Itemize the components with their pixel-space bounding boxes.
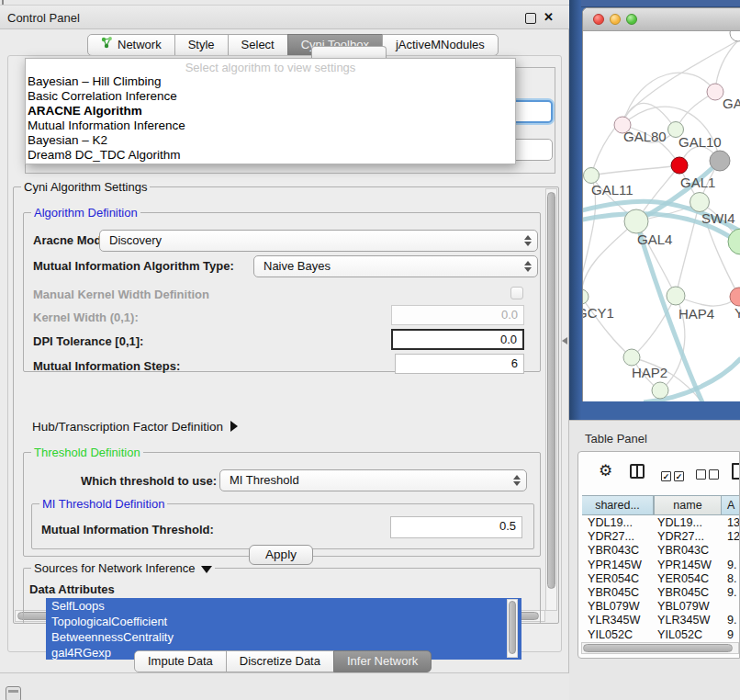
table-body: YDL19... YDL19... 13 YDR27... YDR27... 1… [578,516,740,639]
aracne-mode-select[interactable]: Discovery [99,230,538,252]
close-icon[interactable]: ✕ [544,10,554,24]
tab-jactivemnodules[interactable]: jActiveMNodules [382,34,499,56]
algorithm-dropdown-popup: Select algorithm to view settings Bayesi… [25,58,516,164]
network-canvas[interactable]: GAL GAL80 GAL10 GAL1 GAL11 SWI4 GAL4 GCY… [583,31,740,401]
table-row[interactable]: YLR345W YLR345W 9. [578,614,740,627]
algorithm-definition-group: Algorithm Definition Aracne Mode: Discov… [23,212,541,372]
columns-icon[interactable] [630,464,645,479]
group-title: MI Threshold Definition [39,497,167,511]
kernel-width-field[interactable]: 0.0 [391,305,524,325]
mi-type-value: Naive Bayes [263,259,331,273]
tab-label: Network [118,35,162,55]
hub-definition-label: Hub/Transcription Factor Definition [32,420,223,434]
mi-algorithm-type-select[interactable]: Naive Bayes [253,255,538,277]
panel-title: Control Panel [7,11,80,25]
which-threshold-select[interactable]: MI Threshold [219,469,527,491]
select-all-icon[interactable]: ✓✓ [661,467,684,483]
svg-text:GAL11: GAL11 [591,182,633,198]
expanded-arrow-icon[interactable] [201,566,212,573]
table-row[interactable]: YBR043C YBR043C [578,544,740,558]
tab-discretize-data[interactable]: Discretize Data [226,650,334,672]
mi-type-label: Mutual Information Algorithm Type: [33,259,234,273]
combo-arrows-icon [513,475,520,486]
table-row[interactable]: YBR045C YBR045C 9. [578,586,740,600]
desktop-shadow-band [569,0,581,420]
svg-text:SWI4: SWI4 [701,210,735,226]
node-gal11[interactable] [584,168,600,184]
algorithm-option[interactable]: Bayesian – K2 [26,133,515,148]
svg-text:GAL1: GAL1 [680,175,715,190]
column-header-shared-name[interactable]: shared... [582,495,654,515]
gear-icon[interactable]: ⚙ [599,461,612,480]
table-row[interactable]: YDR27... YDR27... 12 [578,530,740,544]
deselect-all-icon[interactable] [696,467,719,483]
table-row[interactable]: YDL19... YDL19... 13 [578,516,740,530]
hub-definition-toggle[interactable]: Hub/Transcription Factor Definition [32,420,238,434]
tab-style[interactable]: Style [174,34,229,56]
node-gal10[interactable] [710,151,730,171]
column-header-partial[interactable]: A [722,495,740,515]
settings-vertical-scrollbar[interactable] [545,188,557,611]
threshold-definition-group: Threshold Definition Which threshold to … [23,452,541,557]
node[interactable] [652,382,668,399]
node-gal1[interactable] [671,157,688,174]
algorithm-option[interactable]: Bayesian – Hill Climbing [26,74,515,89]
mi-steps-label: Mutual Information Steps: [33,359,180,373]
zoom-traffic-light[interactable] [626,14,637,25]
node-swi4[interactable] [690,193,710,212]
cyni-toolbox-panel: Select algorithm to view settings Bayesi… [7,55,562,652]
tab-network[interactable]: Network [87,34,175,56]
dpi-tolerance-field[interactable]: 0.0 [391,329,524,350]
manual-kernel-label: Manual Kernel Width Definition [33,288,209,301]
minimize-traffic-light[interactable] [610,14,621,25]
network-view-window: GAL GAL80 GAL10 GAL1 GAL11 SWI4 GAL4 GCY… [582,7,740,401]
tab-infer-network[interactable]: Infer Network [333,650,432,672]
table-row[interactable]: YBL079W YBL079W [578,600,740,614]
mi-threshold-group: MI Threshold Definition Mutual Informati… [31,503,534,549]
table-row[interactable]: YPR145W YPR145W 9. [578,559,740,572]
attributes-list-scrollbar[interactable] [507,599,518,658]
tab-label: Style [188,35,215,55]
table-horizontal-scrollbar[interactable] [581,642,739,654]
attribute-item[interactable]: SelfLoops [46,598,521,614]
control-panel-header: Control Panel ✕ [0,6,569,29]
apply-button[interactable]: Apply [249,545,313,565]
close-traffic-light[interactable] [593,14,604,25]
node[interactable] [707,84,723,100]
bottom-tab-bar: Impute Data Discretize Data Infer Networ… [134,650,432,672]
node-gal4[interactable] [624,209,648,233]
node-hap4[interactable] [667,287,685,305]
float-panel-icon[interactable] [6,686,21,700]
algorithm-option-selected[interactable]: ARACNE Algorithm [26,104,515,119]
algorithm-option[interactable]: Dream8 DC_TDC Algorithm [26,148,515,163]
algorithm-option[interactable]: Mutual Information Inference [26,119,515,133]
table-row[interactable]: YER054C YER054C 8. [578,572,740,586]
network-window-titlebar[interactable] [583,8,740,31]
network-icon [101,35,113,55]
svg-text:GCY1: GCY1 [583,305,614,321]
table-panel-box: ⚙ ✓✓ shared... name A YDL19... YDL19... … [577,451,740,659]
attribute-item[interactable]: BetweennessCentrality [46,629,521,645]
hidden-widget-fragment [311,46,387,59]
data-attributes-label: Data Attributes [29,582,115,596]
document-icon[interactable] [732,463,740,480]
tab-select[interactable]: Select [228,34,288,56]
manual-kernel-checkbox[interactable] [510,287,523,299]
tab-label: Select [241,35,275,55]
tab-impute-data[interactable]: Impute Data [134,650,227,672]
algorithm-option[interactable]: Basic Correlation Inference [26,89,515,104]
table-panel-title: Table Panel [585,432,647,446]
node-hap2[interactable] [623,349,640,366]
float-window-icon[interactable] [525,13,536,24]
mi-steps-field[interactable]: 6 [395,354,524,374]
popup-placeholder: Select algorithm to view settings [26,59,515,74]
table-row[interactable]: YIL052C YIL052C 9 [578,628,740,639]
dpi-tolerance-label: DPI Tolerance [0,1]: [33,334,143,348]
column-header-name[interactable]: name [654,495,722,515]
group-title: Threshold Definition [31,446,143,459]
group-title: Sources for Network Inference [31,561,215,575]
group-title: Cyni Algorithm Settings [21,180,150,194]
attribute-item[interactable]: TopologicalCoefficient [46,614,521,629]
mi-threshold-field[interactable]: 0.5 [390,516,522,538]
panel-splitter-handle[interactable] [562,337,567,344]
